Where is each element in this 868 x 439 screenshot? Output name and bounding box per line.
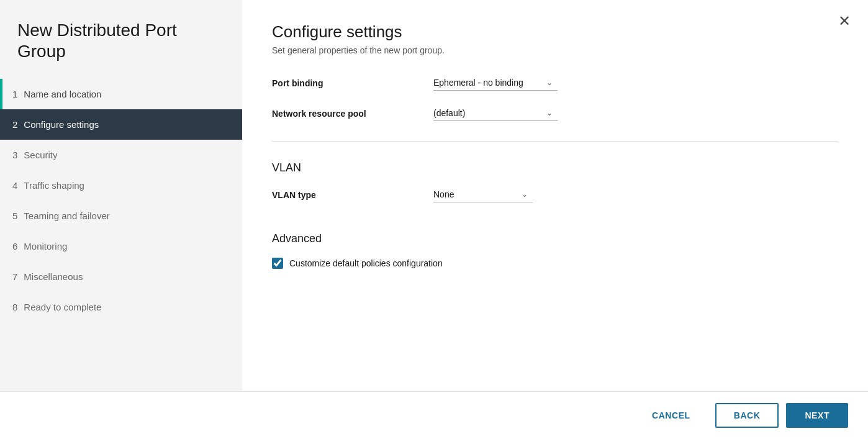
network-resource-pool-value: (default) [433,108,541,118]
vlan-type-value: None [433,189,517,199]
vlan-divider [272,141,838,142]
dialog-footer: CANCEL BACK NEXT [0,391,868,439]
step-3-label: Security [24,150,57,160]
vlan-type-dropdown[interactable]: None ⌄ [433,187,533,202]
step-8-label: Ready to complete [24,302,101,312]
network-resource-pool-control: (default) ⌄ [433,106,558,121]
network-resource-pool-dropdown[interactable]: (default) ⌄ [433,106,558,121]
next-button[interactable]: NEXT [786,403,848,428]
step-1-num: 1 [12,89,17,99]
customize-policies-row: Customize default policies configuration [272,258,838,269]
close-button[interactable]: ✕ [836,11,853,31]
customize-policies-label: Customize default policies configuration [289,258,443,268]
step-7-num: 7 [12,271,17,282]
cancel-button[interactable]: CANCEL [635,404,708,427]
sidebar-item-name-and-location[interactable]: 1 Name and location [0,79,242,109]
port-binding-control: Ephemeral - no binding ⌄ [433,75,558,91]
dialog: New Distributed Port Group 1 Name and lo… [0,0,868,439]
sidebar-item-configure-settings[interactable]: 2 Configure settings [0,109,242,140]
port-binding-row: Port binding Ephemeral - no binding ⌄ [272,75,838,91]
port-binding-dropdown[interactable]: Ephemeral - no binding ⌄ [433,75,558,91]
step-4-num: 4 [12,180,17,191]
vlan-type-label: VLAN type [272,190,433,200]
step-2-num: 2 [12,119,17,130]
chevron-down-icon-3: ⌄ [522,190,528,199]
step-2-label: Configure settings [24,119,99,130]
page-subtitle: Set general properties of the new port g… [272,45,838,55]
step-8-num: 8 [12,302,17,312]
sidebar-item-monitoring[interactable]: 6 Monitoring [0,231,242,261]
close-icon: ✕ [838,12,851,29]
advanced-section-header: Advanced [272,232,838,245]
chevron-down-icon-2: ⌄ [546,109,553,117]
step-6-num: 6 [12,241,17,251]
port-binding-label: Port binding [272,78,433,88]
step-7-label: Miscellaneous [24,271,83,282]
step-6-label: Monitoring [24,241,67,251]
step-1-label: Name and location [24,89,101,99]
dialog-body: New Distributed Port Group 1 Name and lo… [0,0,868,391]
vlan-section-header: VLAN [272,161,838,174]
sidebar-steps: 1 Name and location 2 Configure settings… [0,79,242,391]
page-title: Configure settings [272,22,838,42]
sidebar-title: New Distributed Port Group [0,0,242,79]
step-5-label: Teaming and failover [24,210,109,221]
vlan-type-row: VLAN type None ⌄ [272,187,838,202]
sidebar-item-traffic-shaping[interactable]: 4 Traffic shaping [0,170,242,201]
sidebar-item-teaming-failover[interactable]: 5 Teaming and failover [0,201,242,231]
step-3-num: 3 [12,150,17,160]
port-binding-value: Ephemeral - no binding [433,78,541,88]
vlan-type-control: None ⌄ [433,187,533,202]
sidebar-item-ready-to-complete[interactable]: 8 Ready to complete [0,292,242,322]
step-4-label: Traffic shaping [24,180,84,191]
sidebar-item-security[interactable]: 3 Security [0,140,242,170]
sidebar-item-miscellaneous[interactable]: 7 Miscellaneous [0,261,242,292]
customize-policies-checkbox[interactable] [272,258,283,269]
network-resource-pool-row: Network resource pool (default) ⌄ [272,106,838,121]
network-resource-pool-label: Network resource pool [272,109,433,119]
back-button[interactable]: BACK [715,403,779,428]
main-content: ✕ Configure settings Set general propert… [242,0,868,391]
step-5-num: 5 [12,210,17,221]
chevron-down-icon: ⌄ [546,78,553,87]
sidebar: New Distributed Port Group 1 Name and lo… [0,0,242,391]
advanced-section: Advanced Customize default policies conf… [272,227,838,269]
